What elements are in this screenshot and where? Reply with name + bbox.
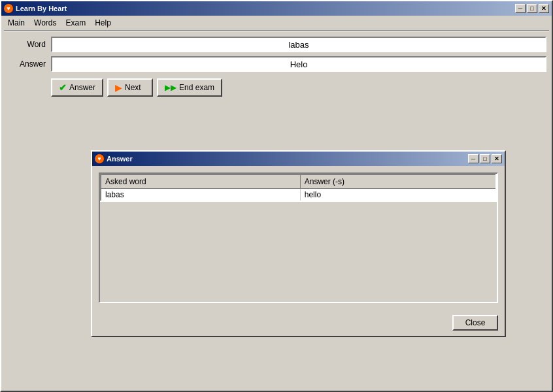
next-button[interactable]: ▶ Next bbox=[107, 78, 153, 97]
dialog-content: Asked word Answer (-s) labashello bbox=[92, 166, 505, 310]
word-input[interactable] bbox=[51, 37, 546, 52]
dialog-footer: Close bbox=[92, 310, 505, 336]
app-title: Learn By Heart bbox=[16, 5, 67, 12]
menu-help[interactable]: Help bbox=[91, 17, 115, 29]
dialog-close-button[interactable]: ✕ bbox=[492, 154, 502, 163]
app-icon: ♥ bbox=[4, 4, 13, 13]
buttons-row: ✔ Answer ▶ Next ▶▶ End exam bbox=[7, 78, 546, 97]
asked-word-cell: labas bbox=[101, 189, 300, 202]
col-answer-header: Answer (-s) bbox=[300, 174, 496, 189]
menu-main[interactable]: Main bbox=[4, 17, 29, 29]
dialog-title-left: ♥ Answer bbox=[95, 154, 133, 163]
close-button[interactable]: ✕ bbox=[539, 4, 549, 13]
table-container: Asked word Answer (-s) labashello bbox=[99, 172, 498, 303]
answer-dialog: ♥ Answer ─ □ ✕ Asked word Answer (-s) bbox=[91, 150, 506, 337]
answer-cell: hello bbox=[300, 189, 496, 202]
dialog-icon: ♥ bbox=[95, 154, 104, 163]
minimize-button[interactable]: ─ bbox=[515, 4, 526, 13]
menu-words[interactable]: Words bbox=[30, 17, 60, 29]
title-buttons: ─ □ ✕ bbox=[515, 4, 549, 13]
dialog-close-btn[interactable]: Close bbox=[452, 315, 498, 331]
end-exam-button-label: End exam bbox=[179, 83, 214, 92]
maximize-button[interactable]: □ bbox=[527, 4, 537, 13]
menu-bar: Main Words Exam Help bbox=[1, 16, 552, 30]
answer-label: Answer bbox=[7, 59, 46, 69]
answer-button-label: Answer bbox=[69, 83, 95, 92]
end-exam-button[interactable]: ▶▶ End exam bbox=[157, 78, 222, 97]
answer-row: Answer bbox=[7, 56, 546, 72]
col-asked-word-header: Asked word bbox=[101, 174, 300, 189]
arrow-icon: ▶ bbox=[115, 82, 122, 93]
table-header-row: Asked word Answer (-s) bbox=[101, 174, 496, 189]
answer-input[interactable] bbox=[51, 56, 546, 72]
end-icon: ▶▶ bbox=[165, 83, 176, 92]
dialog-maximize-button[interactable]: □ bbox=[480, 154, 490, 163]
dialog-title: Answer bbox=[107, 155, 133, 163]
title-bar-left: ♥ Learn By Heart bbox=[4, 4, 67, 13]
table-row: labashello bbox=[101, 189, 496, 202]
dialog-minimize-button[interactable]: ─ bbox=[468, 154, 478, 163]
check-icon: ✔ bbox=[59, 82, 67, 93]
title-bar: ♥ Learn By Heart ─ □ ✕ bbox=[1, 1, 552, 16]
dialog-title-bar: ♥ Answer ─ □ ✕ bbox=[92, 152, 505, 166]
answer-table: Asked word Answer (-s) labashello bbox=[100, 174, 497, 202]
word-label: Word bbox=[7, 40, 46, 49]
answer-button[interactable]: ✔ Answer bbox=[51, 78, 103, 97]
word-row: Word bbox=[7, 37, 546, 52]
dialog-title-buttons: ─ □ ✕ bbox=[468, 154, 502, 163]
next-button-label: Next bbox=[125, 83, 141, 92]
menu-exam[interactable]: Exam bbox=[61, 17, 90, 29]
main-window: ♥ Learn By Heart ─ □ ✕ Main Words Exam H… bbox=[0, 0, 553, 392]
